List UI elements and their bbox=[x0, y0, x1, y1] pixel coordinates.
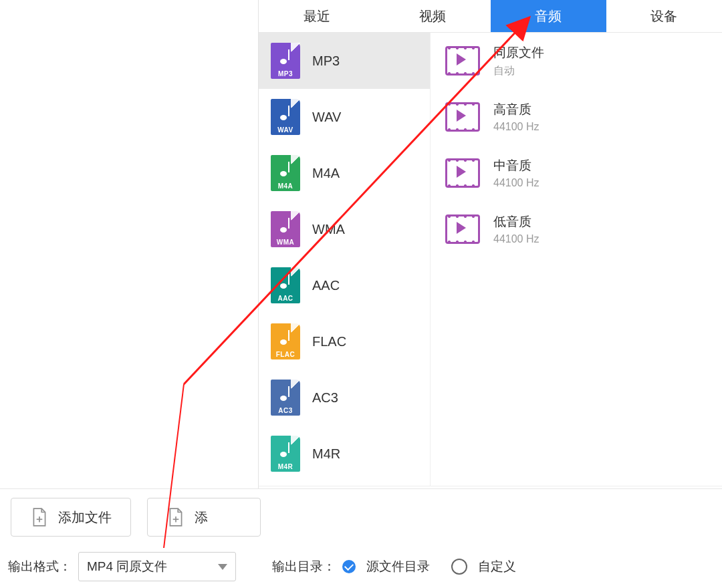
add-file-icon bbox=[166, 507, 185, 527]
filetype-icon: AAC bbox=[271, 267, 300, 303]
output-format-value: MP4 同原文件 bbox=[87, 558, 167, 575]
output-format-label: 输出格式： bbox=[8, 558, 72, 575]
output-format-select[interactable]: MP4 同原文件 bbox=[78, 552, 236, 581]
filetype-icon: M4A bbox=[271, 155, 300, 191]
radio-source-dir[interactable] bbox=[342, 560, 356, 573]
format-item-m4r[interactable]: M4R M4R bbox=[259, 426, 430, 482]
quality-sub: 44100 Hz bbox=[493, 121, 539, 133]
main-empty-area bbox=[0, 0, 258, 468]
tab-recent[interactable]: 最近 bbox=[259, 0, 374, 32]
format-picker-panel: 最近 视频 音频 设备 MP3 MP3 WAV WAV M4A M4A bbox=[258, 0, 722, 539]
format-label: AAC bbox=[312, 278, 340, 293]
add-more-button[interactable]: 添 bbox=[147, 498, 261, 537]
format-list: MP3 MP3 WAV WAV M4A M4A WMA WMA AAC AA bbox=[259, 33, 431, 486]
format-item-aac[interactable]: AAC AAC bbox=[259, 257, 430, 313]
film-icon bbox=[445, 102, 480, 132]
format-item-flac[interactable]: FLAC FLAC bbox=[259, 313, 430, 370]
output-dir-label: 输出目录： bbox=[272, 558, 336, 575]
format-item-wma[interactable]: WMA WMA bbox=[259, 201, 430, 257]
quality-title: 低音质 bbox=[493, 213, 539, 231]
radio-custom-dir-label: 自定义 bbox=[478, 558, 516, 575]
quality-sub: 44100 Hz bbox=[493, 233, 539, 245]
quality-item-medium[interactable]: 中音质44100 Hz bbox=[431, 145, 722, 201]
format-picker-body: MP3 MP3 WAV WAV M4A M4A WMA WMA AAC AA bbox=[259, 33, 722, 486]
quality-item-high[interactable]: 高音质44100 Hz bbox=[431, 89, 722, 145]
film-icon bbox=[445, 214, 480, 244]
filetype-icon: WMA bbox=[271, 211, 300, 247]
output-row: 输出格式： MP4 同原文件 输出目录： 源文件目录 自定义 bbox=[0, 545, 722, 588]
tab-audio[interactable]: 音频 bbox=[491, 0, 606, 32]
format-item-ac3[interactable]: AC3 AC3 bbox=[259, 370, 430, 426]
filetype-icon: WAV bbox=[271, 99, 300, 135]
film-icon bbox=[445, 46, 480, 76]
add-file-label: 添加文件 bbox=[58, 508, 112, 527]
filetype-icon: M4R bbox=[271, 436, 300, 472]
quality-title: 高音质 bbox=[493, 101, 539, 118]
quality-sub: 44100 Hz bbox=[493, 177, 539, 189]
radio-source-dir-label: 源文件目录 bbox=[366, 558, 430, 575]
quality-title: 同原文件 bbox=[493, 44, 544, 61]
add-file-button[interactable]: 添加文件 bbox=[11, 498, 131, 537]
tab-device[interactable]: 设备 bbox=[606, 0, 722, 32]
tab-video[interactable]: 视频 bbox=[374, 0, 490, 32]
format-item-wav[interactable]: WAV WAV bbox=[259, 89, 430, 145]
quality-list: 同原文件自动 高音质44100 Hz 中音质44100 Hz 低音质44100 … bbox=[431, 33, 722, 486]
quality-item-original[interactable]: 同原文件自动 bbox=[431, 33, 722, 89]
filetype-icon: MP3 bbox=[271, 43, 300, 79]
format-label: MP3 bbox=[312, 53, 340, 69]
quality-sub: 自动 bbox=[493, 64, 544, 78]
filetype-icon: FLAC bbox=[271, 323, 300, 359]
format-label: FLAC bbox=[312, 334, 346, 349]
format-label: AC3 bbox=[312, 390, 338, 406]
film-icon bbox=[445, 158, 480, 188]
chevron-down-icon bbox=[218, 564, 227, 570]
add-more-label: 添 bbox=[195, 508, 208, 527]
format-label: M4R bbox=[312, 446, 340, 462]
bottom-toolbar: 添加文件 添 bbox=[0, 488, 722, 545]
format-label: WAV bbox=[312, 110, 341, 125]
quality-item-low[interactable]: 低音质44100 Hz bbox=[431, 201, 722, 257]
format-label: WMA bbox=[312, 222, 345, 237]
format-item-m4a[interactable]: M4A M4A bbox=[259, 145, 430, 201]
format-label: M4A bbox=[312, 166, 340, 181]
format-item-mp3[interactable]: MP3 MP3 bbox=[259, 33, 430, 89]
quality-title: 中音质 bbox=[493, 157, 539, 174]
format-tabs: 最近 视频 音频 设备 bbox=[259, 0, 722, 33]
filetype-icon: AC3 bbox=[271, 380, 300, 416]
add-file-icon bbox=[30, 507, 49, 527]
radio-custom-dir[interactable] bbox=[451, 559, 467, 575]
